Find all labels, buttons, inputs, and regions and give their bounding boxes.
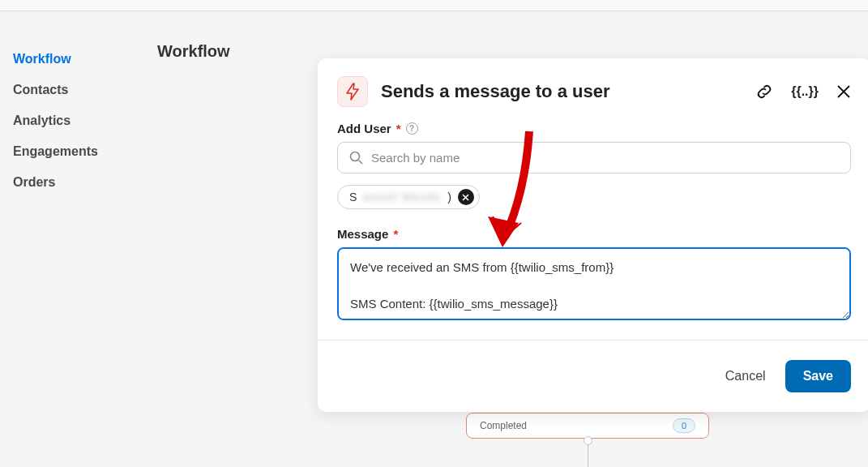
close-icon[interactable]	[836, 84, 851, 99]
add-user-label: Add User * ?	[337, 122, 851, 135]
search-input[interactable]	[371, 151, 839, 165]
variables-icon[interactable]: {{..}}	[791, 84, 819, 99]
modal-title: Sends a message to a user	[381, 81, 755, 102]
message-textarea[interactable]	[337, 247, 851, 320]
search-icon	[349, 151, 363, 165]
svg-point-0	[351, 152, 360, 161]
send-message-modal: Sends a message to a user {{..}} Add Use…	[318, 58, 868, 412]
message-label: Message *	[337, 227, 851, 241]
cancel-button[interactable]: Cancel	[725, 369, 766, 383]
node-label: Completed	[480, 420, 527, 431]
help-icon[interactable]: ?	[406, 122, 418, 135]
user-search-field[interactable]	[337, 142, 851, 174]
required-marker: *	[393, 227, 398, 241]
sidebar-item-workflow[interactable]: Workflow	[13, 44, 154, 75]
bolt-icon	[337, 76, 368, 107]
required-marker: *	[396, 122, 401, 135]
workflow-node-completed[interactable]: Completed 0	[466, 413, 709, 439]
sidebar: Workflow Contacts Analytics Engagements …	[0, 11, 154, 467]
link-icon[interactable]	[755, 83, 773, 101]
save-button[interactable]: Save	[785, 360, 851, 392]
chip-text-prefix: S	[349, 191, 357, 204]
node-count-badge: 0	[673, 418, 695, 433]
sidebar-item-contacts[interactable]: Contacts	[13, 75, 154, 105]
close-icon	[462, 194, 469, 201]
sidebar-item-analytics[interactable]: Analytics	[13, 105, 154, 136]
user-chip: Samuel Mendo)	[337, 185, 480, 209]
connector-dot	[584, 436, 592, 445]
chip-remove-button[interactable]	[458, 189, 474, 205]
sidebar-item-orders[interactable]: Orders	[13, 167, 154, 198]
sidebar-item-engagements[interactable]: Engagements	[13, 136, 154, 167]
page-title: Workflow	[157, 42, 230, 61]
chip-text-suffix: )	[447, 191, 451, 204]
chip-text-redacted: amuel Mendo	[363, 191, 441, 204]
